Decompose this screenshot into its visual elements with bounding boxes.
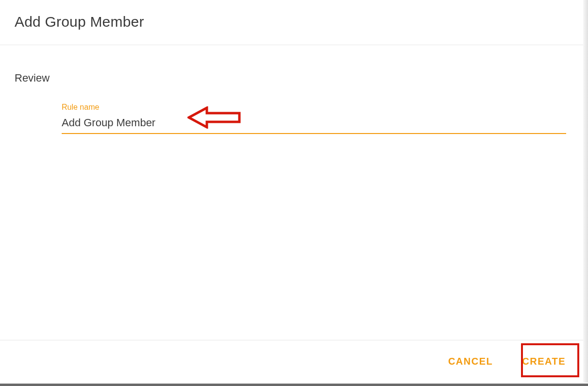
dialog-title: Add Group Member — [15, 14, 569, 30]
cancel-button[interactable]: CANCEL — [440, 351, 501, 372]
create-button[interactable]: CREATE — [514, 351, 573, 372]
review-section-title: Review — [15, 72, 569, 84]
dialog-footer: CANCEL CREATE — [0, 340, 583, 383]
rule-name-field: Rule name — [62, 103, 566, 134]
dialog-header: Add Group Member — [0, 0, 583, 45]
dialog-container: Add Group Member Review Rule name CANCEL… — [0, 0, 583, 383]
rule-name-label: Rule name — [62, 103, 566, 112]
right-shadow — [583, 0, 588, 383]
bottom-bar — [0, 384, 588, 386]
dialog-body: Review Rule name — [0, 45, 583, 340]
rule-name-input[interactable] — [62, 115, 566, 134]
